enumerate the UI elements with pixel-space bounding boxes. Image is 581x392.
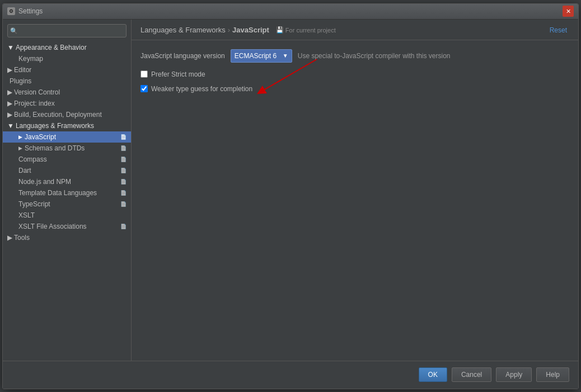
page-icon: 📄 (120, 168, 126, 173)
sidebar-item-keymap[interactable]: Keymap (3, 53, 131, 64)
search-input[interactable] (7, 24, 126, 37)
sidebar-item-label: TypeScript (18, 200, 50, 208)
sidebar-item-dart[interactable]: Dart 📄 (3, 165, 131, 176)
sidebar-item-languages[interactable]: ▼ Languages & Frameworks (3, 120, 131, 131)
settings-window: ⚙ Settings ✕ 🔍 ▼ Appearance & Behavior K… (2, 3, 579, 389)
prefer-strict-label[interactable]: Prefer Strict mode (151, 70, 205, 78)
sidebar-item-label: Plugins (10, 77, 31, 85)
sidebar-item-label: Node.js and NPM (18, 178, 71, 186)
chevron-right-icon: ▶ (7, 234, 12, 242)
footer: OK Cancel Apply Help (3, 361, 578, 389)
chevron-right-icon: ▶ (7, 111, 12, 119)
panel-header: Languages & Frameworks › JavaScript 💾 Fo… (132, 20, 578, 40)
language-version-label: JavaScript language version (140, 52, 225, 60)
breadcrumb: Languages & Frameworks › JavaScript 💾 Fo… (140, 26, 336, 34)
title-bar: ⚙ Settings ✕ (3, 4, 578, 20)
window-title: Settings (18, 7, 43, 15)
sidebar-item-project[interactable]: ▶ Project: index (3, 98, 131, 109)
project-scope-icon: 💾 (276, 26, 284, 34)
panel-body: JavaScript language version ECMAScript 6… (132, 40, 578, 361)
page-icon: 📄 (120, 201, 126, 207)
page-icon: 📄 (120, 134, 126, 140)
sidebar-item-template[interactable]: Template Data Languages 📄 (3, 187, 131, 199)
chevron-right-icon: ▶ (18, 134, 22, 140)
sidebar: 🔍 ▼ Appearance & Behavior Keymap ▶ Edito… (3, 20, 132, 361)
weaker-type-checkbox[interactable] (140, 85, 148, 92)
chevron-right-icon: ▶ (7, 100, 12, 107)
sidebar-item-schemas[interactable]: ▶ Schemas and DTDs 📄 (3, 143, 131, 154)
project-scope-text: For current project (285, 27, 336, 34)
main-content: 🔍 ▼ Appearance & Behavior Keymap ▶ Edito… (3, 20, 578, 361)
prefer-strict-checkbox[interactable] (140, 70, 148, 78)
prefer-strict-row: Prefer Strict mode (140, 70, 569, 78)
sidebar-item-xslt-file[interactable]: XSLT File Associations 📄 (3, 221, 131, 232)
language-version-row: JavaScript language version ECMAScript 6… (140, 49, 569, 63)
breadcrumb-parent: Languages & Frameworks (140, 26, 226, 34)
sidebar-item-label: Project: index (14, 100, 55, 107)
sidebar-item-label: Version Control (14, 88, 60, 96)
ok-button[interactable]: OK (419, 367, 447, 382)
page-icon: 📄 (120, 190, 126, 196)
apply-button[interactable]: Apply (496, 367, 532, 382)
chevron-right-icon: ▶ (7, 66, 12, 74)
chevron-right-icon: ▶ (18, 145, 22, 151)
breadcrumb-separator: › (228, 26, 230, 34)
sidebar-item-label: Appearance & Behavior (16, 44, 87, 51)
sidebar-item-label: Template Data Languages (18, 189, 97, 197)
title-bar-left: ⚙ Settings (7, 7, 43, 15)
weaker-type-label[interactable]: Weaker type guess for completion (151, 85, 252, 93)
version-select[interactable]: ECMAScript 6 ▼ (231, 49, 292, 63)
sidebar-item-label: XSLT (18, 211, 35, 219)
page-icon: 📄 (120, 179, 126, 185)
weaker-type-row: Weaker type guess for completion (140, 85, 569, 93)
sidebar-item-xslt[interactable]: XSLT (3, 210, 131, 221)
sidebar-item-label: JavaScript (25, 133, 56, 141)
sidebar-item-compass[interactable]: Compass 📄 (3, 154, 131, 165)
search-icon: 🔍 (10, 27, 18, 34)
sidebar-item-label: Schemas and DTDs (25, 144, 85, 152)
sidebar-item-plugins[interactable]: Plugins (3, 75, 131, 87)
sidebar-item-nodejs[interactable]: Node.js and NPM 📄 (3, 176, 131, 187)
chevron-down-icon: ▼ (283, 53, 288, 59)
page-icon: 📄 (120, 157, 126, 162)
chevron-down-icon: ▼ (7, 44, 14, 51)
sidebar-item-label: Tools (14, 234, 30, 242)
right-panel: Languages & Frameworks › JavaScript 💾 Fo… (132, 20, 578, 361)
window-icon: ⚙ (7, 7, 15, 15)
chevron-down-icon: ▼ (7, 122, 14, 130)
sidebar-item-label: Compass (18, 155, 47, 163)
sidebar-item-tools[interactable]: ▶ Tools (3, 232, 131, 243)
sidebar-item-version-control[interactable]: ▶ Version Control (3, 87, 131, 98)
chevron-right-icon: ▶ (7, 88, 12, 96)
sidebar-item-label: Dart (18, 167, 31, 174)
project-scope: 💾 For current project (276, 26, 336, 34)
close-button[interactable]: ✕ (563, 6, 574, 17)
cancel-button[interactable]: Cancel (452, 367, 491, 382)
sidebar-item-label: Editor (14, 66, 31, 74)
page-icon: 📄 (120, 145, 126, 151)
sidebar-item-javascript[interactable]: ▶ JavaScript 📄 (3, 131, 131, 143)
sidebar-item-label: Build, Execution, Deployment (14, 111, 102, 119)
reset-button[interactable]: Reset (547, 25, 569, 35)
breadcrumb-current: JavaScript (232, 26, 269, 34)
search-box: 🔍 (7, 24, 126, 37)
sidebar-item-typescript[interactable]: TypeScript 📄 (3, 199, 131, 210)
page-icon: 📄 (120, 224, 126, 229)
sidebar-item-editor[interactable]: ▶ Editor (3, 64, 131, 75)
version-select-value: ECMAScript 6 (235, 52, 277, 60)
sidebar-item-build[interactable]: ▶ Build, Execution, Deployment (3, 109, 131, 120)
sidebar-item-label: Languages & Frameworks (16, 122, 94, 130)
sidebar-item-appearance[interactable]: ▼ Appearance & Behavior (3, 42, 131, 53)
version-hint: Use special to-JavaScript compiler with … (298, 52, 451, 60)
sidebar-item-label: Keymap (18, 55, 43, 63)
help-button[interactable]: Help (536, 367, 569, 382)
sidebar-item-label: XSLT File Associations (18, 223, 87, 230)
